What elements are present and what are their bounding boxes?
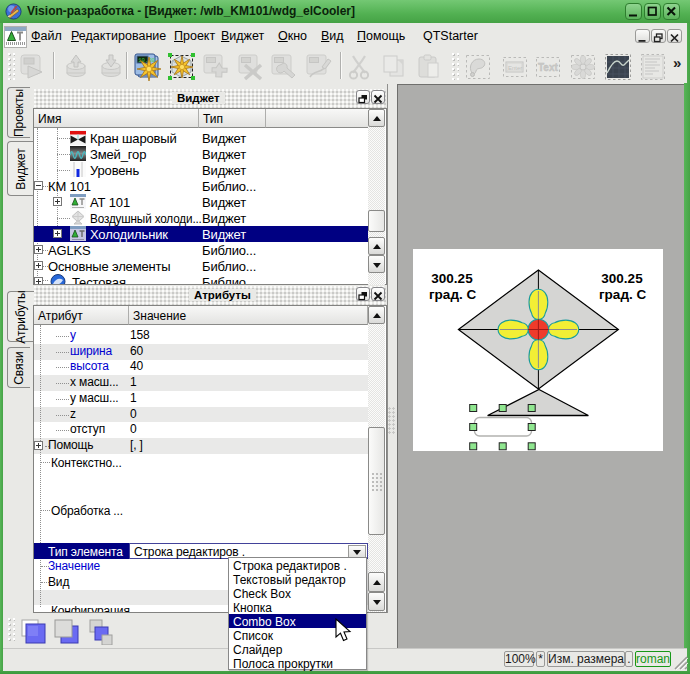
svg-text:Text: Text bbox=[538, 62, 558, 73]
svg-text:Enter: Enter bbox=[508, 65, 522, 71]
